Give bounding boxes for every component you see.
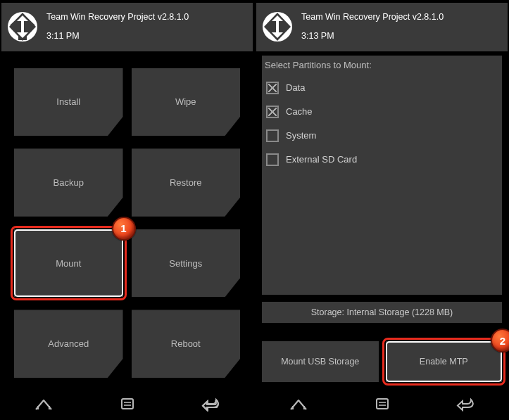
partition-label: System [286,130,316,141]
install-button[interactable]: Install [14,68,123,136]
checkbox-icon [266,106,279,118]
recents-icon[interactable] [372,396,392,412]
svg-rect-1 [122,399,133,409]
enable-mtp-wrapper: Enable MTP 2 [386,341,503,382]
mount-button[interactable]: Mount [14,229,123,298]
partition-label: Cache [286,106,313,117]
header-text: Team Win Recovery Project v2.8.1.0 3:11 … [46,10,189,44]
partition-cache[interactable]: Cache [265,100,499,124]
twrp-logo-icon [7,11,38,42]
twrp-logo-icon [262,11,293,42]
action-row: Mount USB Storage Enable MTP 2 [256,326,508,388]
navbar [256,388,508,417]
checkbox-icon [266,153,279,166]
wipe-button[interactable]: Wipe [132,68,241,136]
phone-right: Team Win Recovery Project v2.8.1.0 3:13 … [255,0,509,420]
mount-screen: Select Partitions to Mount: Data Cache S… [256,51,508,326]
partition-list: Data Cache System External SD Card [262,76,502,295]
step-badge-1: 1 [112,217,136,241]
header: Team Win Recovery Project v2.8.1.0 3:13 … [256,3,508,51]
navbar [1,388,253,417]
partition-system[interactable]: System [265,124,499,148]
checkbox-icon [266,129,279,142]
step-badge-2: 2 [491,329,509,352]
partition-data[interactable]: Data [265,76,499,100]
backup-button[interactable]: Backup [14,148,123,217]
restore-button[interactable]: Restore [132,148,241,217]
back-icon[interactable] [201,396,221,412]
mount-button-wrapper: Mount 1 [14,229,123,298]
app-title: Team Win Recovery Project v2.8.1.0 [46,10,189,25]
recents-icon[interactable] [118,396,137,412]
partition-external-sd[interactable]: External SD Card [265,148,499,172]
home-icon[interactable] [34,396,54,412]
settings-button[interactable]: Settings [132,229,241,298]
partition-label: Data [286,82,305,93]
clock: 3:11 PM [46,29,189,44]
clock: 3:13 PM [301,29,444,44]
header: Team Win Recovery Project v2.8.1.0 3:11 … [1,3,253,51]
advanced-button[interactable]: Advanced [14,310,123,378]
enable-mtp-button[interactable]: Enable MTP [386,341,503,382]
main-menu-grid: Install Wipe Backup Restore Mount 1 Sett… [1,51,253,388]
mount-usb-button[interactable]: Mount USB Storage [262,341,379,382]
reboot-button[interactable]: Reboot [132,310,241,378]
home-icon[interactable] [289,396,308,412]
back-icon[interactable] [456,396,476,412]
phone-left: Team Win Recovery Project v2.8.1.0 3:11 … [0,0,254,420]
app-title: Team Win Recovery Project v2.8.1.0 [301,10,444,25]
svg-rect-5 [377,399,388,409]
partition-label: External SD Card [286,154,357,165]
header-text: Team Win Recovery Project v2.8.1.0 3:13 … [301,10,444,44]
storage-selector[interactable]: Storage: Internal Storage (1228 MB) [262,302,502,323]
mount-title: Select Partitions to Mount: [262,56,502,76]
checkbox-icon [266,82,279,94]
